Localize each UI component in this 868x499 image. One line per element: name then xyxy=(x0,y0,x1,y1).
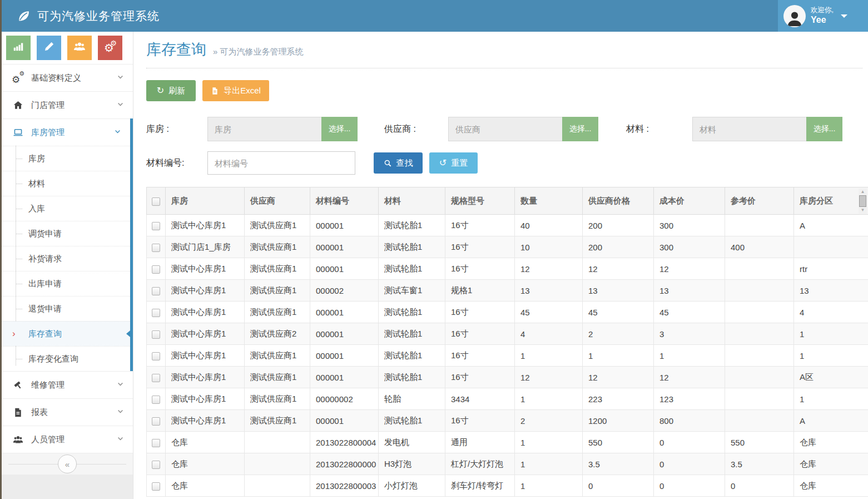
refresh-button[interactable]: ↻ 刷新 xyxy=(146,80,196,101)
row-checkbox[interactable] xyxy=(152,352,160,360)
table-row[interactable]: 测试中心库房1测试供应商100000002轮胎343412231231 xyxy=(147,388,868,410)
table-row[interactable]: 测试中心库房1测试供应商1000001测试轮胎116寸121212A区 xyxy=(147,367,868,388)
table-row[interactable]: 仓库2013022800004发电机通用15500550仓库 xyxy=(147,432,868,453)
column-header-label: 库房 xyxy=(171,196,188,205)
sidebar-subitem-replenish-request[interactable]: 补货请求 xyxy=(2,246,130,271)
row-checkbox[interactable] xyxy=(152,439,160,447)
sidebar-subitem-outbound-request[interactable]: 出库申请 xyxy=(2,271,130,296)
warehouse-select-button[interactable]: 选择... xyxy=(321,117,358,141)
cell-material_code: 000001 xyxy=(310,215,379,236)
cell-warehouse_zone: A xyxy=(794,410,868,432)
scroll-up-arrow-icon[interactable]: ▲ xyxy=(861,190,865,194)
sidebar-tile-users[interactable] xyxy=(67,36,92,60)
table-row[interactable]: 测试门店1_库房测试供应商1000001测试轮胎116寸10200300400 xyxy=(147,236,868,258)
chevron-down-icon xyxy=(117,434,124,444)
table-row[interactable]: 测试中心库房1测试供应商1000002测试车窗1规格113131313 xyxy=(147,280,868,302)
row-checkbox[interactable] xyxy=(152,309,160,317)
sidebar-item-base-data[interactable]: ⚙⚙基础资料定义 xyxy=(2,64,133,91)
sidebar-subitem-transfer-request[interactable]: 调货申请 xyxy=(2,221,130,246)
row-checkbox[interactable] xyxy=(152,374,160,382)
user-menu[interactable]: 欢迎你, Yee xyxy=(778,0,868,32)
row-checkbox[interactable] xyxy=(152,330,160,339)
cell-spec_model: 16寸 xyxy=(445,410,515,432)
cell-supplier_price: 2 xyxy=(583,323,654,345)
column-header-material_code[interactable]: 材料编号 xyxy=(310,187,379,215)
supplier-filter-label: 供应商 : xyxy=(384,123,448,135)
cell-material_code: 000001 xyxy=(310,302,379,323)
sidebar-item-warehouse-management[interactable]: 库房管理 xyxy=(2,118,130,146)
select-all-checkbox[interactable] xyxy=(152,197,160,206)
table-row[interactable]: 测试中心库房1测试供应商1000001测试轮胎116寸1111 xyxy=(147,345,868,367)
cell-reference_price xyxy=(725,367,794,388)
sidebar-tile-edit[interactable] xyxy=(37,36,61,60)
supplier-filter-input[interactable] xyxy=(448,117,562,141)
material-select-button[interactable]: 选择... xyxy=(806,117,842,141)
search-icon xyxy=(384,159,392,167)
scroll-thumb[interactable] xyxy=(859,195,866,207)
cell-material_code: 000001 xyxy=(310,236,379,258)
column-header-reference_price[interactable]: 参考价 xyxy=(725,187,794,215)
table-row[interactable]: 测试中心库房1测试供应商1000001测试轮胎116寸21200800A xyxy=(147,410,868,432)
material-code-input[interactable] xyxy=(207,151,355,175)
scroll-down-arrow-icon[interactable]: ▼ xyxy=(861,208,865,213)
column-header-quantity[interactable]: 数量 xyxy=(515,187,583,215)
cell-supplier_price: 12 xyxy=(583,258,654,280)
cell-warehouse_zone: 仓库 xyxy=(794,475,868,497)
sidebar-item-reports[interactable]: 报表 xyxy=(2,398,133,426)
column-header-warehouse[interactable]: 库房 xyxy=(166,187,245,215)
brand: 可为汽修业务管理系统 xyxy=(17,0,160,32)
column-header-supplier_price[interactable]: 供应商价格 xyxy=(583,187,654,215)
row-select-cell xyxy=(147,302,166,323)
sidebar-subitem-inventory-change-query[interactable]: 库存变化查询 xyxy=(2,346,130,371)
sidebar-subitem-inventory-query[interactable]: ›库存查询 xyxy=(2,321,130,346)
export-excel-button[interactable]: 导出Excel xyxy=(202,80,269,101)
cell-warehouse_zone: 13 xyxy=(794,280,868,302)
sidebar-tile-stats[interactable] xyxy=(6,36,31,60)
users-icon xyxy=(73,41,86,55)
row-checkbox[interactable] xyxy=(152,461,160,469)
column-header-supplier[interactable]: 供应商 xyxy=(245,187,310,215)
material-filter-input[interactable] xyxy=(692,117,806,141)
sidebar-subitem-material[interactable]: 材料 xyxy=(2,171,130,196)
cell-supplier_price: 223 xyxy=(583,388,654,410)
column-header-spec_model[interactable]: 规格型号 xyxy=(445,187,515,215)
column-header-cost_price[interactable]: 成本价 xyxy=(654,187,725,215)
table-row[interactable]: 测试中心库房1测试供应商1000001测试轮胎116寸121212rtr xyxy=(147,258,868,280)
table-scrollbar[interactable]: ▲▼ xyxy=(859,189,867,214)
search-button[interactable]: 查找 xyxy=(374,152,423,174)
reset-button[interactable]: ↺ 重置 xyxy=(429,152,478,174)
cell-warehouse_zone: 1 xyxy=(794,345,868,367)
cell-quantity: 1 xyxy=(515,388,583,410)
sidebar-item-staff-management[interactable]: 人员管理 xyxy=(2,426,133,453)
sidebar-subitem-inbound[interactable]: 入库 xyxy=(2,196,130,221)
row-checkbox[interactable] xyxy=(152,482,160,491)
table-row[interactable]: 仓库2013022800003小灯灯泡刹车灯/转弯灯1000仓库 xyxy=(147,475,868,497)
supplier-select-button[interactable]: 选择... xyxy=(562,117,598,141)
sidebar-subitem-return-request[interactable]: 退货申请 xyxy=(2,296,130,321)
sidebar-item-repair-management[interactable]: 维修管理 xyxy=(2,371,133,398)
row-checkbox[interactable] xyxy=(152,287,160,295)
table-row[interactable]: 仓库2013022800000H3灯泡杠灯/大灯灯泡13.503.5仓库 xyxy=(147,453,868,475)
warehouse-filter-input[interactable] xyxy=(207,117,321,141)
table-row[interactable]: 测试中心库房1测试供应商1000001测试轮胎116寸4545454 xyxy=(147,302,868,323)
column-header-material[interactable]: 材料 xyxy=(379,187,445,215)
table-row[interactable]: 测试中心库房1测试供应商1000001测试轮胎116寸40200300A xyxy=(147,215,868,236)
row-checkbox[interactable] xyxy=(152,222,160,230)
row-select-cell xyxy=(147,367,166,388)
row-checkbox[interactable] xyxy=(152,396,160,404)
row-checkbox[interactable] xyxy=(152,244,160,252)
username: Yee xyxy=(811,14,834,26)
row-checkbox[interactable] xyxy=(152,417,160,426)
table-row[interactable]: 测试中心库房1测试供应商2000001测试轮胎116寸4231 xyxy=(147,323,868,345)
row-checkbox[interactable] xyxy=(152,265,160,274)
menu-section-repair-management: 维修管理 xyxy=(2,371,133,398)
sidebar-subitem-warehouse[interactable]: 库房 xyxy=(2,146,130,171)
filter-row-2: 材料编号: 查找 ↺ 重置 xyxy=(146,151,868,175)
sidebar-collapse-button[interactable]: « xyxy=(58,454,77,473)
cell-warehouse: 仓库 xyxy=(166,475,245,497)
row-select-cell xyxy=(147,410,166,432)
cell-quantity: 45 xyxy=(515,302,583,323)
sidebar-item-store-management[interactable]: 门店管理 xyxy=(2,91,133,118)
column-header-warehouse_zone[interactable]: 库房分区▲▼ xyxy=(794,187,868,215)
sidebar-tile-settings[interactable]: ⚙⚙ xyxy=(98,36,122,60)
